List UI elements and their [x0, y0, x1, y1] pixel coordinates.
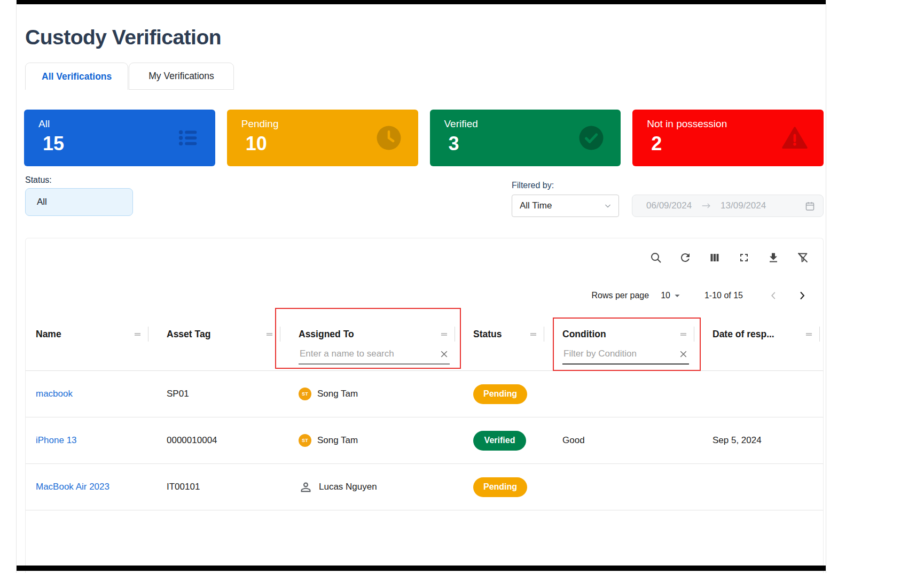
download-icon[interactable] [767, 251, 780, 264]
assigned-to-filter-input[interactable] [299, 348, 436, 360]
stat-card-all[interactable]: All 15 [24, 110, 215, 166]
assigned-to-cell: ST Song Tam [299, 388, 473, 400]
column-header-name[interactable]: Name [36, 313, 167, 370]
assignee-name: Lucas Nguyen [319, 482, 377, 492]
column-drag-handle-icon[interactable] [804, 329, 814, 339]
list-icon [176, 126, 200, 150]
column-header-status[interactable]: Status [473, 313, 562, 370]
person-icon [299, 480, 313, 494]
fullscreen-icon[interactable] [738, 251, 750, 264]
column-drag-handle-icon[interactable] [678, 329, 688, 339]
column-label: Condition [562, 329, 606, 339]
condition-filter-input[interactable] [562, 348, 676, 360]
status-filter-select[interactable]: All [25, 188, 133, 216]
status-filter-value: All [37, 197, 47, 207]
arrow-right-icon [700, 200, 712, 212]
column-resize-separator[interactable] [694, 327, 695, 342]
columns-icon[interactable] [708, 251, 721, 264]
column-label: Status [473, 329, 502, 339]
column-resize-separator[interactable] [280, 327, 281, 342]
app-window: Custody Verification All Verifications M… [16, 0, 826, 573]
bottom-black-bar [17, 566, 826, 571]
refresh-icon[interactable] [679, 251, 692, 264]
assigned-to-cell: Lucas Nguyen [299, 480, 473, 494]
column-drag-handle-icon[interactable] [264, 329, 275, 339]
table-row[interactable]: macbook SP01 ST Song Tam Pending [26, 371, 823, 417]
tab-all-verifications[interactable]: All Verifications [25, 63, 128, 90]
clear-filter-icon[interactable] [678, 349, 689, 360]
table-row[interactable]: iPhone 13 0000010004 ST Song Tam Verifie… [26, 417, 823, 464]
column-resize-separator[interactable] [148, 327, 149, 342]
condition-cell: Good [562, 435, 712, 446]
column-resize-separator[interactable] [544, 327, 545, 342]
column-header-asset-tag[interactable]: Asset Tag [167, 313, 299, 370]
rows-per-page-select[interactable]: 10 [661, 290, 683, 301]
clock-icon [374, 123, 403, 152]
filtered-by-label: Filtered by: [512, 181, 554, 190]
avatar-initials: ST [299, 434, 311, 447]
assigned-to-cell: ST Song Tam [299, 434, 473, 447]
status-badge: Verified [473, 431, 526, 451]
date-from-value: 06/09/2024 [646, 200, 692, 211]
column-drag-handle-icon[interactable] [528, 329, 538, 339]
chevron-down-icon [602, 200, 613, 211]
column-label: Name [36, 329, 61, 339]
asset-tag-cell: IT00101 [167, 482, 299, 492]
tab-bar: All Verifications My Verifications [25, 63, 234, 90]
next-page-button[interactable] [795, 289, 809, 303]
asset-tag-cell: 0000010004 [167, 435, 299, 446]
rows-per-page-label: Rows per page [592, 291, 649, 300]
avatar-initials: ST [299, 388, 311, 400]
search-icon[interactable] [649, 251, 662, 264]
clear-filter-icon[interactable] [438, 349, 450, 360]
stat-card-verified[interactable]: Verified 3 [430, 110, 621, 166]
stat-card-pending[interactable]: Pending 10 [227, 110, 418, 166]
verification-table: Rows per page 10 1-10 of 15 Name [25, 238, 824, 573]
column-header-condition[interactable]: Condition [562, 313, 712, 370]
rows-per-page-value: 10 [661, 291, 670, 300]
table-row[interactable]: MacBook Air 2023 IT00101 Lucas Nguyen Pe… [26, 464, 823, 510]
screen: Custody Verification All Verifications M… [0, 0, 924, 573]
tab-my-verifications[interactable]: My Verifications [129, 63, 234, 90]
pagination-range-label: 1-10 of 15 [704, 291, 743, 300]
column-drag-handle-icon[interactable] [439, 329, 449, 339]
column-header-date-of-resp[interactable]: Date of resp... [712, 313, 823, 370]
column-header-assigned-to[interactable]: Assigned To [299, 313, 473, 370]
stat-cards: All 15 Pending 10 Verified [24, 110, 824, 166]
assigned-to-filter [299, 344, 450, 365]
caret-down-icon [671, 290, 683, 301]
status-badge: Pending [473, 384, 527, 404]
page-title: Custody Verification [25, 26, 221, 49]
column-label: Asset Tag [167, 329, 210, 339]
table-toolbar [26, 238, 823, 273]
date-to-value: 13/09/2024 [721, 200, 766, 211]
time-filter-select[interactable]: All Time [512, 195, 619, 217]
asset-name-link[interactable]: macbook [36, 389, 73, 399]
asset-tag-cell: SP01 [167, 389, 299, 399]
column-drag-handle-icon[interactable] [132, 329, 143, 339]
column-label: Assigned To [299, 329, 354, 339]
assignee-name: Song Tam [317, 389, 358, 399]
previous-page-button[interactable] [766, 289, 780, 303]
time-filter-value: All Time [520, 200, 552, 211]
table-header-row: Name Asset Tag Assigned To Status [26, 313, 823, 371]
date-cell: Sep 5, 2024 [712, 435, 823, 446]
filter-off-icon[interactable] [796, 251, 809, 264]
top-black-bar [17, 0, 826, 4]
asset-name-link[interactable]: MacBook Air 2023 [36, 482, 109, 492]
status-filter-label: Status: [25, 175, 52, 185]
pagination-bar: Rows per page 10 1-10 of 15 [26, 282, 823, 309]
calendar-icon[interactable] [804, 200, 816, 212]
date-range-picker[interactable]: 06/09/2024 13/09/2024 [632, 195, 824, 217]
warning-icon [781, 124, 809, 152]
stat-card-not-in-possession[interactable]: Not in possession 2 [632, 110, 824, 166]
assignee-name: Song Tam [317, 435, 358, 446]
asset-name-link[interactable]: iPhone 13 [36, 435, 77, 445]
column-resize-separator[interactable] [455, 327, 456, 342]
column-resize-separator[interactable] [819, 327, 820, 342]
column-label: Date of resp... [712, 329, 774, 339]
check-circle-icon [577, 123, 606, 152]
status-badge: Pending [473, 477, 527, 497]
condition-filter [562, 344, 689, 365]
